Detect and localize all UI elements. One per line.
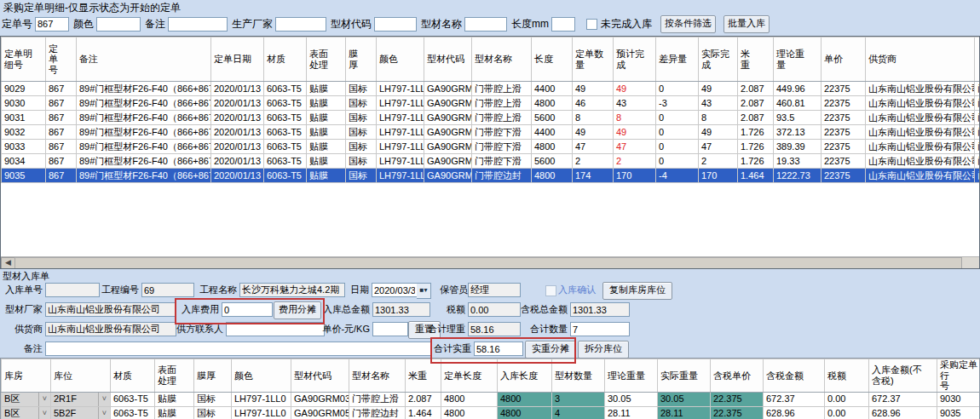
dropdown-arrow-icon[interactable]: ˅	[98, 393, 110, 406]
receipt-no-field[interactable]	[45, 283, 100, 297]
table-row[interactable]: B区˅2R1F˅6063-T5贴膜国标LH797-1LL0GA90GRM03门带…	[2, 392, 980, 406]
dropdown-arrow-icon[interactable]: ˅	[38, 393, 50, 406]
filter-label: 型材代码	[331, 17, 372, 32]
total-actual-field[interactable]	[474, 342, 523, 356]
cell: LH797-1LL0	[232, 392, 291, 406]
unfinished-checkbox[interactable]	[586, 19, 597, 30]
unit-price-field[interactable]	[372, 322, 408, 336]
filter-input-3[interactable]	[168, 17, 228, 32]
horizontal-scrollbar[interactable]: ◀	[1, 256, 979, 268]
cell: 贴膜	[307, 140, 346, 154]
section-title: 型材入库单	[3, 270, 49, 283]
table-row[interactable]: 903286789#门框型材F26-F40（866+867）2020/01/13…	[2, 125, 980, 140]
actual-weight-share-button[interactable]: 实重分摊	[525, 341, 576, 359]
cell: 49	[614, 82, 656, 96]
scroll-left-icon[interactable]: ◀	[1, 257, 15, 269]
header-cell: 入库金额(不 含税)	[869, 359, 937, 393]
filter-input-1[interactable]	[35, 17, 69, 32]
inbound-confirm-label: 入库确认	[558, 283, 599, 297]
cell: LH797-1LL0	[377, 125, 424, 140]
split-location-button[interactable]: 拆分库位	[578, 341, 629, 359]
header-cell: 定 单 号	[46, 37, 77, 82]
filter-input-6[interactable]	[464, 17, 507, 32]
total-qty-field[interactable]	[570, 322, 630, 336]
inbound-confirm-checkbox[interactable]	[545, 285, 556, 296]
cell: 9032	[2, 125, 46, 140]
header-cell: 定单日期	[211, 37, 264, 82]
cell: 22375	[821, 82, 866, 96]
inbound-fee-field[interactable]	[222, 302, 273, 317]
cell: 国标	[346, 140, 377, 154]
header-cell: 单价	[821, 37, 866, 82]
clipped-column-cell: 门	[975, 82, 980, 96]
cell: 49	[573, 125, 614, 140]
cell: 9033	[2, 140, 46, 154]
cell: 2.087	[738, 82, 774, 96]
total-actual-label: 合计实重	[434, 342, 471, 356]
copy-warehouse-button[interactable]: 复制库房库位	[602, 282, 672, 300]
scrollbar-thumb[interactable]	[14, 257, 962, 269]
table-row[interactable]: 903586789#门框型材F26-F40（866+867）2020/01/13…	[2, 169, 980, 183]
cell: GA90GRM03	[291, 392, 349, 406]
header-cell: 税额	[825, 359, 869, 393]
cell: 贴膜	[155, 406, 194, 419]
table-row[interactable]: 903086789#门框型材F26-F40（866+867）2020/01/13…	[2, 96, 980, 111]
cell: 47	[573, 140, 614, 154]
filter-input-2[interactable]	[96, 17, 141, 32]
calendar-dropdown-icon[interactable]: ■▾	[417, 283, 431, 299]
header-cell: 预计完 成	[614, 37, 656, 82]
total-with-tax-field[interactable]	[570, 302, 630, 317]
filter-label: 颜色	[73, 17, 94, 32]
filter-by-condition-button[interactable]: 按条件筛选	[660, 15, 716, 33]
cell: 国标	[346, 111, 377, 125]
manufacturer-field[interactable]	[45, 302, 176, 317]
remark-field[interactable]	[45, 342, 432, 356]
cell: LH797-1LL0	[377, 140, 424, 154]
cell: 389.39	[774, 140, 821, 154]
fee-share-button[interactable]: 费用分摊	[274, 301, 321, 319]
cell: 1222.73	[774, 169, 821, 183]
cell: 89#门框型材F26-F40（866+867）	[77, 111, 211, 125]
keeper-field[interactable]	[468, 283, 521, 297]
table-row[interactable]: 903186789#门框型材F26-F40（866+867）2020/01/13…	[2, 111, 980, 125]
filter-input-4[interactable]	[275, 17, 326, 32]
filter-item: 生产厂家	[232, 17, 326, 32]
cell: 867	[46, 140, 77, 154]
total-theoretical-field[interactable]	[468, 322, 521, 336]
cell: 4800	[532, 96, 573, 111]
cell: LH797-1LL0	[377, 154, 424, 169]
clipped-column-cell: 门	[975, 96, 980, 111]
total-amount-field[interactable]	[372, 302, 430, 317]
batch-inbound-button[interactable]: 批量入库	[723, 15, 770, 33]
supplier-contact-field[interactable]	[226, 322, 325, 336]
filter-item: 定单号	[2, 17, 69, 32]
cell: B区˅	[2, 392, 51, 406]
table-row[interactable]: 902986789#门框型材F26-F40（866+867）2020/01/13…	[2, 82, 980, 96]
cell: 22375	[821, 125, 866, 140]
project-name-field[interactable]	[239, 283, 345, 297]
cell: 6063-T5	[111, 406, 155, 419]
cell: LH797-1LL0	[377, 96, 424, 111]
cell: 贴膜	[307, 125, 346, 140]
supplier-field[interactable]	[45, 322, 176, 336]
project-no-field[interactable]	[141, 283, 194, 297]
table-row[interactable]: 903386789#门框型材F26-F40（866+867）2020/01/13…	[2, 140, 980, 154]
cell: 2	[573, 154, 614, 169]
cell: 6063-T5	[264, 82, 307, 96]
filter-input-7[interactable]	[551, 17, 575, 32]
inbound-grid: 库房库位材质表面 处理膜厚颜色型材代码型材名称米重定单长度入库长度型材数量理论重…	[0, 358, 980, 419]
cell: 6063-T5	[264, 125, 307, 140]
cell: 2.087	[406, 392, 441, 406]
header-cell	[975, 37, 980, 82]
filter-bar: 定单号颜色备注生产厂家型材代码型材名称长度mm 未完成入库 按条件筛选 批量入库	[2, 14, 770, 33]
cell: 93.5	[774, 111, 821, 125]
tax-field[interactable]	[468, 302, 521, 317]
header-cell: 膜 厚	[346, 37, 377, 82]
dropdown-arrow-icon[interactable]: ˅	[38, 407, 50, 419]
table-row[interactable]: B区˅5B2F˅6063-T5贴膜国标LH797-1LL0GA90GRM05门带…	[2, 406, 980, 419]
filter-label: 生产厂家	[232, 17, 273, 32]
dropdown-arrow-icon[interactable]: ˅	[98, 407, 110, 419]
filter-input-5[interactable]	[374, 17, 417, 32]
date-field[interactable]	[372, 283, 418, 297]
table-row[interactable]: 903486789#门框型材F26-F40（866+867）2020/01/13…	[2, 154, 980, 169]
